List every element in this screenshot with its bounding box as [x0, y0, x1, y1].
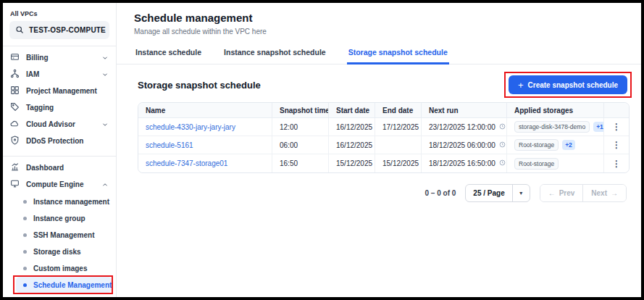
chevron-up-icon: [101, 178, 109, 191]
app-window: All VPCs TEST-OSP-COMPUTE Billing IAM Pr…: [0, 0, 644, 300]
end-date-cell: [375, 136, 422, 154]
sidebar: All VPCs TEST-OSP-COMPUTE Billing IAM Pr…: [3, 3, 117, 297]
create-button-label: Create snapshot schedule: [528, 81, 618, 89]
schedule-name-link[interactable]: schedule-5161: [146, 141, 193, 149]
sidebar-item-label: Storage disks: [33, 248, 81, 256]
extra-storages-badge[interactable]: +1: [593, 122, 604, 132]
sidebar-item-label: Tagging: [26, 104, 109, 112]
kebab-menu-icon[interactable]: ⋮: [612, 140, 621, 150]
monitor-icon: [10, 178, 20, 191]
next-page-button[interactable]: Next →: [583, 185, 626, 201]
snapshot-time-cell: 06:00: [272, 136, 329, 154]
sidebar-item-label: Instance group: [33, 214, 85, 222]
sidebar-item-ssh-management[interactable]: SSH Management: [16, 227, 112, 243]
sidebar-item-billing[interactable]: Billing: [3, 49, 116, 66]
bullet-icon: [23, 250, 27, 254]
chevron-down-icon: [101, 118, 109, 131]
schedule-name-link[interactable]: schedule-7347-storage01: [146, 159, 227, 167]
sidebar-divider: [3, 156, 116, 157]
sidebar-item-label: Project Management: [26, 87, 109, 95]
column-header-snapshot-time: Snapshot time: [272, 103, 329, 118]
chevron-down-icon: [101, 68, 109, 81]
sidebar-item-label: Dashboard: [26, 164, 109, 172]
tab-instance-snapshot-schedule[interactable]: Instance snapshot schedule: [222, 45, 327, 64]
search-icon: [15, 24, 24, 37]
sidebar-item-label: Instance management: [33, 198, 109, 206]
bullet-icon: [23, 217, 27, 220]
sidebar-divider: [3, 46, 116, 46]
caret-down-icon: ▼: [512, 185, 530, 201]
sidebar-item-schedule-management[interactable]: Schedule Management: [16, 277, 112, 293]
section-title: Storage snapshot schedule: [138, 80, 261, 91]
clock-icon: [499, 141, 506, 149]
start-date-cell: 16/12/2025: [329, 118, 375, 136]
sidebar-item-compute-engine[interactable]: Compute Engine: [3, 176, 116, 193]
arrow-left-icon: ←: [548, 189, 556, 197]
column-header-end-date: End date: [375, 103, 422, 118]
bullet-icon: [23, 233, 27, 237]
next-run-cell: 18/12/2025 16:50:00: [429, 159, 495, 167]
tag-icon: [10, 101, 20, 114]
tab-bar: Instance schedule Instance snapshot sche…: [117, 45, 641, 64]
next-label: Next: [591, 189, 607, 197]
bullet-icon: [23, 267, 27, 270]
storage-tag: Root-storage: [514, 158, 559, 170]
sidebar-item-label: Schedule Management: [33, 281, 112, 289]
clock-icon: [499, 159, 506, 167]
page-size-select[interactable]: 25 / Page ▼: [465, 184, 530, 202]
snapshot-time-cell: 16:50: [272, 154, 329, 172]
sidebar-item-label: Cloud Advisor: [26, 120, 95, 128]
sidebar-item-custom-images[interactable]: Custom images: [16, 260, 112, 276]
prev-label: Prev: [559, 189, 575, 197]
sidebar-item-label: SSH Management: [33, 231, 94, 239]
sidebar-item-label: Snapshot: [33, 298, 67, 300]
storage-tag: Root-storage: [514, 139, 559, 151]
schedule-name-link[interactable]: schedule-4330-jary-jary-jary: [146, 123, 235, 131]
sidebar-item-snapshot[interactable]: Snapshot: [16, 293, 112, 300]
prev-page-button[interactable]: ← Prev: [540, 185, 584, 201]
tab-storage-snapshot-schedule[interactable]: Storage snapshot schedule: [347, 45, 449, 64]
page-title: Schedule management: [134, 12, 641, 24]
sidebar-item-cloud-advisor[interactable]: Cloud Advisor: [3, 116, 116, 133]
schedule-table: Name Snapshot time Start date End date N…: [138, 102, 630, 173]
project-management-icon: [10, 85, 20, 98]
column-header-applied-storages: Applied storages: [507, 103, 604, 118]
iam-icon: [10, 68, 20, 81]
storage-tag: storage-disk-3478-demo: [514, 121, 590, 133]
kebab-menu-icon[interactable]: ⋮: [612, 122, 621, 132]
table-row: schedule-7347-storage01 16:50 15/12/2025…: [138, 154, 629, 172]
column-header-start-date: Start date: [329, 103, 375, 118]
vpc-selector[interactable]: TEST-OSP-COMPUTE: [9, 21, 109, 39]
sidebar-item-dashboard[interactable]: Dashboard: [3, 159, 116, 176]
table-header-row: Name Snapshot time Start date End date N…: [138, 103, 629, 118]
sidebar-item-tagging[interactable]: Tagging: [3, 99, 116, 116]
sidebar-item-project-management[interactable]: Project Management: [3, 83, 116, 99]
bullet-icon: [23, 283, 27, 287]
cloud-icon: [10, 118, 20, 131]
tab-instance-schedule[interactable]: Instance schedule: [134, 45, 203, 64]
vpc-selector-value: TEST-OSP-COMPUTE: [29, 26, 106, 34]
next-run-cell: 18/12/2025 06:00:00: [429, 141, 495, 149]
end-date-cell: 15/12/2025: [375, 154, 422, 172]
sidebar-item-label: Compute Engine: [26, 180, 95, 188]
sidebar-item-storage-disks[interactable]: Storage disks: [16, 243, 112, 259]
bullet-icon: [23, 200, 27, 204]
vpc-scope-label: All VPCs: [10, 10, 116, 17]
extra-storages-badge[interactable]: +2: [562, 140, 575, 150]
kebab-menu-icon[interactable]: ⋮: [612, 159, 621, 169]
create-snapshot-schedule-button[interactable]: + Create snapshot schedule: [509, 75, 627, 94]
column-header-actions: [604, 103, 629, 118]
table-row: schedule-5161 06:00 16/12/2025 18/12/202…: [138, 136, 629, 154]
sidebar-item-instance-management[interactable]: Instance management: [16, 193, 112, 209]
pagination: 0 – 0 of 0 25 / Page ▼ ← Prev Next →: [117, 184, 627, 202]
sidebar-item-ddos-protection[interactable]: DDoS Protection: [3, 133, 116, 149]
sidebar-item-instance-group[interactable]: Instance group: [16, 210, 112, 226]
sidebar-item-iam[interactable]: IAM: [3, 66, 116, 83]
billing-icon: [10, 51, 20, 64]
plus-icon: +: [518, 80, 524, 90]
start-date-cell: 15/12/2025: [329, 154, 375, 172]
pagination-range: 0 – 0 of 0: [425, 189, 456, 197]
main-content: Schedule management Manage all schedule …: [117, 3, 641, 297]
sidebar-item-label: IAM: [26, 70, 95, 78]
end-date-cell: 17/12/2025: [375, 118, 422, 136]
